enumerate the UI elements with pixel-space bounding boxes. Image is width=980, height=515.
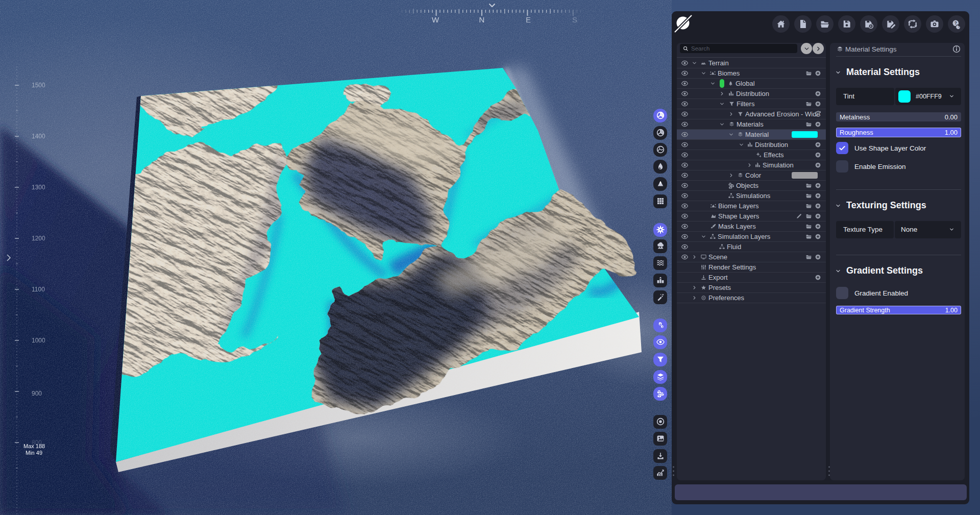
svg-text:1500: 1500	[32, 82, 45, 89]
svg-text:S: S	[572, 15, 577, 24]
svg-text:1300: 1300	[32, 184, 45, 191]
svg-text:1200: 1200	[32, 235, 45, 242]
svg-text:?: ?	[954, 20, 957, 26]
svg-text:Min 49: Min 49	[26, 450, 42, 456]
svg-text:W: W	[432, 15, 439, 24]
svg-text:E: E	[526, 15, 531, 24]
svg-text:1100: 1100	[32, 286, 45, 293]
svg-text:1000: 1000	[32, 337, 45, 344]
svg-text:?: ?	[958, 24, 960, 28]
svg-text:1400: 1400	[32, 133, 45, 140]
svg-text:900: 900	[32, 390, 42, 397]
svg-text:Max 188: Max 188	[23, 443, 45, 449]
svg-text:N: N	[479, 15, 485, 24]
